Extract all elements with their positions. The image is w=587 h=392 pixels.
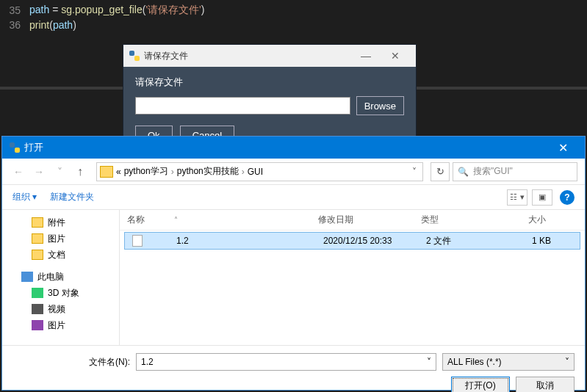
popup-file-input[interactable] xyxy=(135,97,350,115)
back-button[interactable]: ← xyxy=(10,163,27,181)
chevron-down-icon[interactable]: ˅ xyxy=(427,357,431,367)
popup-titlebar[interactable]: 请保存文件 — ✕ xyxy=(123,45,416,67)
chevron-down-icon: ˅ xyxy=(565,357,569,367)
cancel-button[interactable]: 取消 xyxy=(516,377,575,392)
close-icon[interactable]: ✕ xyxy=(548,141,577,155)
nav-bar: ← → ˅ ↑ « python学习› python实用技能› GUI ˅ ↻ … xyxy=(2,159,585,185)
sort-indicator-icon: ˄ xyxy=(174,216,178,224)
video-icon xyxy=(32,304,43,314)
popup-title-text: 请保存文件 xyxy=(144,50,188,62)
sidebar-item[interactable]: 视频 xyxy=(2,301,119,317)
view-mode-button[interactable]: ☷ ▾ xyxy=(507,189,527,206)
line-number: 35 xyxy=(0,4,29,16)
file-dialog: 打开 ✕ ← → ˅ ↑ « python学习› python实用技能› GUI… xyxy=(1,136,586,391)
dialog-title: 打开 xyxy=(24,141,43,154)
minimize-icon[interactable]: — xyxy=(351,50,381,62)
folder-icon xyxy=(32,217,43,228)
python-icon xyxy=(10,142,20,153)
browse-button[interactable]: Browse xyxy=(356,96,404,115)
popup-prompt: 请保存文件 xyxy=(135,76,404,89)
help-button[interactable]: ? xyxy=(560,190,575,205)
list-item[interactable]: 1.2 2020/12/15 20:33 2 文件 1 KB xyxy=(124,232,580,250)
folder-icon xyxy=(32,233,43,244)
pc-icon xyxy=(21,272,33,282)
preview-pane-button[interactable]: ▣ xyxy=(532,189,552,206)
close-icon[interactable]: ✕ xyxy=(381,50,410,62)
search-input[interactable]: 🔍 搜索"GUI" xyxy=(453,162,577,181)
sidebar: 附件 图片 文档 此电脑 3D 对象 视频 图片 xyxy=(2,210,120,345)
refresh-button[interactable]: ↻ xyxy=(431,162,450,181)
open-button[interactable]: 打开(O) xyxy=(451,377,510,392)
sidebar-item[interactable]: 图片 xyxy=(2,231,119,247)
python-icon xyxy=(129,51,140,61)
forward-button[interactable]: → xyxy=(30,163,48,181)
dialog-titlebar[interactable]: 打开 ✕ xyxy=(2,137,585,159)
organize-menu[interactable]: 组织 ▾ xyxy=(12,191,37,203)
breadcrumb[interactable]: « python学习› python实用技能› GUI ˅ xyxy=(96,162,423,181)
new-folder-button[interactable]: 新建文件夹 xyxy=(50,191,94,203)
toolbar: 组织 ▾ 新建文件夹 ☷ ▾ ▣ ? xyxy=(2,185,585,210)
search-icon: 🔍 xyxy=(458,167,469,177)
filetype-filter[interactable]: ALL Files (*.*) ˅ xyxy=(442,353,575,371)
line-number: 36 xyxy=(0,19,29,31)
sidebar-item[interactable]: 图片 xyxy=(2,317,119,333)
list-header[interactable]: 名称˄ 修改日期 类型 大小 xyxy=(120,210,585,231)
folder-icon xyxy=(100,166,113,178)
up-button[interactable]: ↑ xyxy=(71,163,89,181)
filename-input[interactable]: 1.2 ˅ xyxy=(136,353,436,371)
folder-icon xyxy=(32,250,43,260)
filename-label: 文件名(N): xyxy=(12,356,130,369)
sidebar-item[interactable]: 文档 xyxy=(2,247,119,263)
recent-dropdown[interactable]: ˅ xyxy=(51,163,68,181)
sidebar-item[interactable]: 3D 对象 xyxy=(2,285,119,301)
3d-icon xyxy=(32,288,43,298)
picture-icon xyxy=(32,320,43,330)
chevron-down-icon[interactable]: ˅ xyxy=(409,167,419,177)
sidebar-item-this-pc[interactable]: 此电脑 xyxy=(2,269,119,285)
file-icon xyxy=(132,235,143,247)
code-editor: 35 path = sg.popup_get_file('请保存文件') 36 … xyxy=(0,0,587,35)
sidebar-item[interactable]: 附件 xyxy=(2,214,119,231)
file-list: 名称˄ 修改日期 类型 大小 1.2 2020/12/15 20:33 2 文件… xyxy=(120,210,585,345)
